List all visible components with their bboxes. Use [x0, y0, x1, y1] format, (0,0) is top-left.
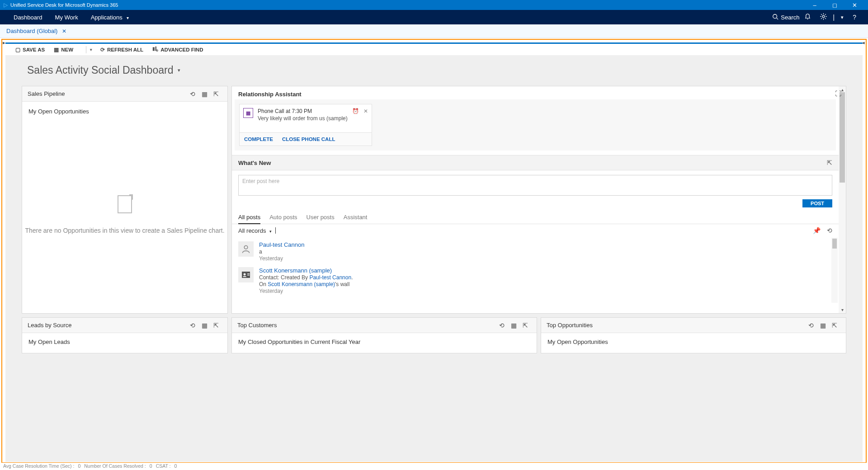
nav-search[interactable]: Search — [772, 14, 799, 21]
expand-icon[interactable]: ⇱ — [519, 322, 531, 329]
advanced-find-icon — [152, 46, 158, 53]
post-body: a — [259, 249, 304, 255]
window-maximize-button[interactable] — [825, 2, 844, 9]
scroll-thumb[interactable] — [840, 92, 845, 183]
nav-my-work[interactable]: My Work — [49, 14, 85, 21]
dismiss-icon[interactable]: ✕ — [363, 108, 368, 122]
window-title: Unified Service Desk for Microsoft Dynam… — [10, 2, 118, 8]
post-item: Scott Konersmann (sample) Contact: Creat… — [238, 264, 832, 297]
svg-line-11 — [825, 14, 826, 15]
feed-tab-auto-posts[interactable]: Auto posts — [269, 211, 297, 224]
window-close-button[interactable] — [844, 2, 864, 9]
cmd-save-as-label: SAVE AS — [23, 47, 45, 52]
whats-new-title: What's New — [238, 160, 271, 166]
post-button[interactable]: POST — [802, 199, 832, 207]
workspace: ▸ ◂ ▢ SAVE AS ▦ NEW ▾ ⟳ REFRESH ALL ADVA… — [0, 38, 868, 469]
separator — [86, 46, 86, 53]
cmd-refresh-all[interactable]: ⟳ REFRESH ALL — [100, 47, 143, 53]
feed-filter-row: All records ▾ 📌 ⟲ — [232, 224, 839, 237]
svg-point-0 — [773, 14, 777, 18]
svg-point-17 — [244, 273, 246, 276]
snooze-icon[interactable]: ⏰ — [352, 108, 359, 122]
svg-line-9 — [825, 18, 826, 19]
refresh-icon[interactable]: ⟲ — [805, 322, 817, 329]
panel-header: Top Opportunities ⟲ ▦ ⇱ — [541, 318, 846, 333]
panel-right-column: ▴ ▾ Relationship Assistant ⛶ ▦ Phone Cal… — [231, 86, 846, 314]
inner-scrollbar[interactable] — [831, 238, 838, 303]
panel-sales-pipeline: Sales Pipeline ⟲ ▦ ⇱ My Open Opportuniti… — [22, 86, 228, 314]
cmd-new[interactable]: ▦ NEW — [54, 47, 73, 53]
scrollbar[interactable]: ▴ ▾ — [839, 86, 846, 313]
new-icon: ▦ — [54, 47, 59, 53]
pin-icon[interactable]: 📌 — [813, 227, 821, 234]
refresh-icon[interactable]: ⟲ — [496, 322, 508, 329]
settings-icon[interactable] — [816, 13, 831, 21]
user-avatar-icon — [238, 241, 254, 257]
post-author-link[interactable]: Paul-test Cannon — [259, 241, 304, 248]
view-records-icon[interactable]: ▦ — [817, 322, 829, 329]
pipeline-subtitle: My Open Opportunities — [28, 108, 221, 115]
cmd-new-dropdown-icon[interactable]: ▾ — [90, 47, 92, 52]
scroll-up-icon[interactable]: ▴ — [841, 87, 844, 92]
post-input[interactable]: Enter post here — [238, 175, 832, 196]
view-records-icon[interactable]: ▦ — [508, 322, 519, 329]
panel-title: Sales Pipeline — [28, 90, 65, 97]
post-author-link[interactable]: Scott Konersmann (sample) — [259, 267, 353, 274]
window-minimize-button[interactable] — [805, 2, 825, 9]
cmd-new-label: NEW — [61, 47, 73, 52]
post-compose-area: Enter post here — [232, 170, 839, 197]
tab-label: Dashboard (Global) — [6, 28, 57, 34]
feed-tab-assistant[interactable]: Assistant — [344, 211, 368, 224]
expand-icon[interactable]: ⇱ — [210, 90, 222, 98]
activity-calendar-icon: ▦ — [243, 108, 253, 118]
expand-icon[interactable]: ⇱ — [829, 322, 840, 329]
post-body-text: On — [259, 281, 268, 287]
app-chevron-icon: ▷ — [4, 2, 8, 8]
refresh-icon[interactable]: ⟲ — [187, 322, 198, 329]
settings-chevron-icon[interactable]: ▾ — [836, 14, 848, 20]
expand-icon[interactable]: ⛶ — [835, 90, 841, 97]
panel-title: Leads by Source — [28, 322, 72, 329]
cmd-advanced-find-label: ADVANCED FIND — [160, 47, 203, 52]
nav-applications-label: Applications — [91, 14, 123, 21]
nav-dashboard[interactable]: Dashboard — [7, 14, 49, 21]
post-body-link[interactable]: Paul-test Cannon — [309, 274, 351, 281]
dashboard-switcher-icon[interactable]: ▾ — [178, 67, 180, 73]
post-time: Yesterday — [259, 288, 353, 294]
refresh-icon[interactable]: ⟲ — [827, 227, 832, 234]
tab-close-icon[interactable]: ✕ — [62, 28, 66, 34]
chevron-down-icon: ▾ — [127, 15, 129, 20]
cmd-save-as[interactable]: ▢ SAVE AS — [15, 47, 45, 53]
relationship-assistant-title: Relationship Assistant — [232, 86, 839, 99]
refresh-icon[interactable]: ⟲ — [187, 90, 198, 98]
svg-point-3 — [822, 15, 825, 18]
post-list: Paul-test Cannon a Yesterday Scott Koner… — [232, 237, 839, 304]
nav-search-label: Search — [781, 14, 799, 21]
cmd-refresh-all-label: REFRESH ALL — [107, 47, 143, 52]
notifications-icon[interactable] — [800, 13, 816, 21]
help-icon[interactable]: ? — [848, 14, 861, 21]
empty-state: There are no Opportunities in this view … — [22, 195, 227, 234]
empty-folder-icon — [118, 195, 132, 213]
view-records-icon[interactable]: ▦ — [198, 90, 210, 98]
scroll-thumb[interactable] — [832, 239, 837, 249]
scroll-down-icon[interactable]: ▾ — [841, 307, 844, 312]
cmd-advanced-find[interactable]: ADVANCED FIND — [152, 46, 203, 53]
svg-rect-12 — [153, 47, 155, 51]
expand-icon[interactable]: ⇱ — [210, 322, 222, 329]
title-bar: ▷ Unified Service Desk for Microsoft Dyn… — [0, 0, 868, 10]
feed-filter-dropdown[interactable]: All records ▾ — [238, 227, 272, 234]
feed-tab-all-posts[interactable]: All posts — [238, 211, 260, 224]
post-body-link[interactable]: Scott Konersmann (sample) — [268, 281, 335, 287]
pane-divider-icon: | — [831, 14, 837, 21]
nav-bar: Dashboard My Work Applications ▾ Search … — [0, 10, 868, 24]
tab-dashboard-global[interactable]: Dashboard (Global) ✕ — [6, 28, 66, 34]
nav-applications[interactable]: Applications ▾ — [85, 14, 136, 21]
card-action-complete[interactable]: COMPLETE — [244, 136, 273, 142]
feed-tab-user-posts[interactable]: User posts — [307, 211, 335, 224]
command-bar: ▢ SAVE AS ▦ NEW ▾ ⟳ REFRESH ALL ADVANCED… — [5, 42, 863, 55]
expand-icon[interactable]: ⇱ — [827, 159, 832, 166]
view-records-icon[interactable]: ▦ — [198, 322, 210, 329]
svg-rect-19 — [247, 275, 250, 276]
card-action-close-call[interactable]: CLOSE PHONE CALL — [282, 136, 335, 142]
